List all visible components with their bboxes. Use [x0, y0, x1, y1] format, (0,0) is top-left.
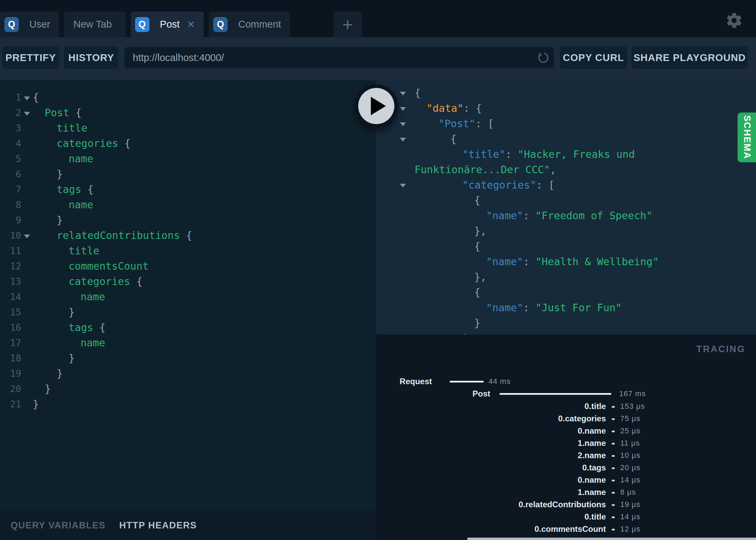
fold-gutter	[21, 204, 33, 206]
tracing-panel: TRACING Request44 msPost167 ms0.title153…	[376, 334, 756, 540]
tracing-span-label: 0.commentsCount	[535, 524, 606, 534]
chevron-down-icon[interactable]	[400, 138, 406, 141]
tracing-duration: 20 μs	[620, 463, 640, 473]
tracing-duration: 153 μs	[620, 401, 645, 411]
schema-button-label: SCHEMA	[742, 115, 752, 159]
response-line: "data": {	[376, 101, 756, 116]
chevron-down-icon[interactable]	[24, 112, 30, 116]
tracing-span-label: 0.relatedContributions	[519, 499, 606, 510]
tab-user[interactable]: QUser	[0, 12, 59, 37]
query-line: 20}	[0, 381, 376, 396]
share-playground-button[interactable]: SHARE PLAYGROUND	[631, 46, 748, 69]
refresh-icon	[536, 51, 550, 64]
query-badge: Q	[135, 17, 149, 32]
duration-tick	[612, 443, 615, 445]
tab-label: New Tab	[69, 19, 116, 30]
duration-tick	[612, 516, 615, 518]
settings-button[interactable]	[725, 12, 743, 29]
close-icon[interactable]: ✕	[187, 19, 195, 30]
line-number: 15	[0, 307, 21, 317]
line-number: 21	[0, 399, 21, 409]
tracing-duration: 12 μs	[620, 524, 640, 534]
response-line: ]	[376, 331, 756, 334]
duration-tick	[612, 480, 615, 481]
line-number: 9	[0, 215, 21, 225]
tracing-duration: 10 μs	[620, 450, 640, 461]
chevron-down-icon[interactable]	[400, 184, 406, 188]
play-icon	[371, 97, 386, 115]
chevron-down-icon[interactable]	[24, 96, 30, 100]
fold-gutter	[21, 158, 33, 160]
fold-gutter	[21, 296, 33, 298]
chevron-down-icon[interactable]	[400, 107, 406, 111]
http-headers-tab[interactable]: HTTP HEADERS	[119, 520, 197, 531]
line-number: 17	[0, 338, 21, 348]
query-line: 15}	[0, 304, 376, 320]
response-line: Funktionäre...Der CCC",	[376, 162, 756, 177]
line-number: 3	[0, 123, 21, 133]
line-number: 18	[0, 353, 21, 363]
line-number: 7	[0, 184, 21, 195]
fold-gutter	[21, 110, 33, 116]
copy-curl-button[interactable]: COPY CURL	[560, 46, 627, 69]
tracing-span-label: 0.tags	[582, 463, 606, 473]
fold-gutter	[21, 127, 33, 129]
duration-tick	[612, 504, 615, 506]
query-line: 4categories {	[0, 136, 376, 151]
response-line: "name": "Health & Wellbeing"	[376, 254, 756, 269]
duration-tick	[612, 529, 615, 530]
line-number: 14	[0, 291, 21, 302]
reload-schema-button[interactable]	[536, 51, 550, 64]
execute-query-button[interactable]	[354, 84, 398, 128]
query-editor[interactable]: 1{2Post {3title4categories {5name6}7tags…	[0, 80, 376, 540]
plus-icon: +	[342, 14, 353, 35]
schema-button[interactable]: SCHEMA	[738, 112, 756, 162]
query-line: 7tags {	[0, 182, 376, 197]
tracing-duration: 11 μs	[620, 438, 640, 448]
tab-post[interactable]: QPost✕	[131, 12, 204, 37]
line-number: 19	[0, 368, 21, 379]
query-line: 9}	[0, 212, 376, 228]
response-line: {	[376, 239, 756, 254]
tracing-duration: 75 μs	[620, 414, 640, 424]
response-line: "title": "Hacker, Freaks und	[376, 147, 756, 162]
tab-comment[interactable]: QComment	[209, 12, 290, 37]
horizontal-scrollbar[interactable]	[467, 538, 756, 540]
chevron-down-icon[interactable]	[400, 122, 406, 126]
tracing-row: Request44 ms	[376, 376, 756, 387]
duration-tick	[612, 455, 615, 457]
line-number: 11	[0, 245, 21, 256]
tracing-span-label: Post	[472, 389, 490, 399]
graphql-playground-window: QUserNew TabQPost✕QComment + PRETTIFY HI…	[0, 0, 756, 540]
line-number: 8	[0, 199, 21, 210]
endpoint-url-input[interactable]	[125, 47, 543, 68]
tracing-row: 0.title153 μs	[376, 401, 756, 411]
response-line: {	[376, 131, 756, 147]
line-number: 13	[0, 276, 21, 287]
tab-label: Post	[160, 19, 180, 30]
query-line: 8name	[0, 197, 376, 212]
tracing-span-label: 0.title	[584, 401, 606, 411]
new-tab-button[interactable]: +	[333, 12, 362, 37]
fold-gutter	[21, 189, 33, 190]
gear-icon	[725, 12, 743, 29]
fold-gutter	[21, 281, 33, 282]
tracing-row: 1.name8 μs	[376, 487, 756, 497]
line-number: 1	[0, 92, 21, 103]
fold-gutter	[21, 327, 33, 328]
query-badge: Q	[4, 17, 19, 32]
response-line: "name": "Just For Fun"	[376, 300, 756, 315]
tracing-row: Post167 ms	[376, 389, 756, 399]
chevron-down-icon[interactable]	[400, 92, 406, 95]
fold-gutter	[21, 311, 33, 313]
chevron-down-icon[interactable]	[24, 235, 30, 238]
duration-tick	[612, 467, 615, 469]
tab-new-tab[interactable]: New Tab	[64, 12, 125, 37]
query-variables-tab[interactable]: QUERY VARIABLES	[11, 520, 106, 531]
tracing-row: 0.title14 μs	[376, 512, 756, 522]
history-button[interactable]: HISTORY	[64, 46, 118, 69]
tracing-duration: 8 μs	[620, 487, 636, 497]
query-badge: Q	[213, 17, 228, 32]
tracing-span-label: 1.name	[578, 438, 606, 448]
prettify-button[interactable]: PRETTIFY	[2, 46, 59, 69]
